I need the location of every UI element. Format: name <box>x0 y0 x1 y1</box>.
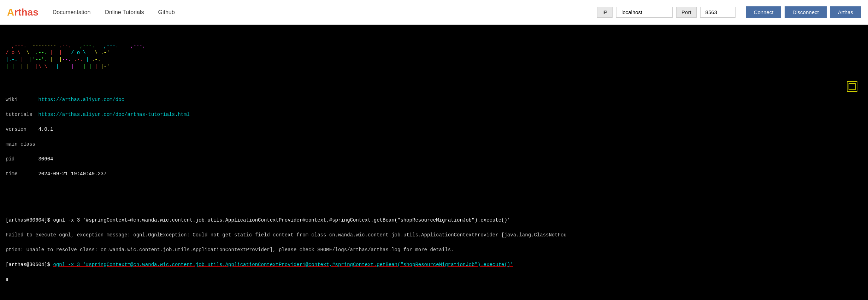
info-main-class: main_class <box>6 141 862 148</box>
terminal[interactable]: ,---. -------- .--. ,---. ,---. ,---, / … <box>0 25 868 300</box>
expand-icon <box>849 83 856 90</box>
arthas-button[interactable]: Arthas <box>830 6 861 18</box>
logo-a: A <box>7 7 14 18</box>
nav-online-tutorials[interactable]: Online Tutorials <box>105 9 144 16</box>
connection-bar: IP Port Connect Disconnect Arthas <box>597 6 861 18</box>
cmd-line-1: [arthas@30604]$ ognl -x 3 '#springContex… <box>6 217 862 224</box>
nav-documentation[interactable]: Documentation <box>53 9 91 16</box>
error-line-2: ption: Unable to resolve class: cn.wanda… <box>6 246 862 254</box>
nav-links: Documentation Online Tutorials Github <box>53 9 597 16</box>
ip-label: IP <box>597 7 613 18</box>
terminal-output: [arthas@30604]$ ognl -x 3 '#springContex… <box>6 209 862 291</box>
port-label: Port <box>676 7 697 18</box>
info-pid: pid 30604 <box>6 155 862 163</box>
error-line-1: Failed to execute ognl, exception messag… <box>6 231 862 239</box>
cmd-line-2: [arthas@30604]$ ognl -x 3 '#springContex… <box>6 261 862 269</box>
port-input[interactable] <box>700 7 736 18</box>
svg-rect-0 <box>849 83 855 90</box>
info-tutorials: tutorials https://arthas.aliyun.com/doc/… <box>6 111 862 118</box>
ip-input[interactable] <box>616 7 673 18</box>
disconnect-button[interactable]: Disconnect <box>785 6 826 18</box>
logo-rthas: rthas <box>14 7 38 18</box>
cursor-line[interactable]: ▮ <box>6 276 862 283</box>
info-version: version 4.0.1 <box>6 126 862 133</box>
info-wiki: wiki https://arthas.aliyun.com/doc <box>6 96 862 104</box>
connect-button[interactable]: Connect <box>746 6 781 18</box>
terminal-fullscreen-icon[interactable] <box>847 81 857 92</box>
info-table: wiki https://arthas.aliyun.com/doc tutor… <box>6 89 862 185</box>
logo[interactable]: Arthas <box>7 7 39 18</box>
header: Arthas Documentation Online Tutorials Gi… <box>0 0 868 25</box>
nav-github[interactable]: Github <box>158 9 175 16</box>
info-time: time 2024-09-21 19:40:49.237 <box>6 170 862 178</box>
ascii-art: ,---. -------- .--. ,---. ,---. ,---, / … <box>6 36 862 70</box>
